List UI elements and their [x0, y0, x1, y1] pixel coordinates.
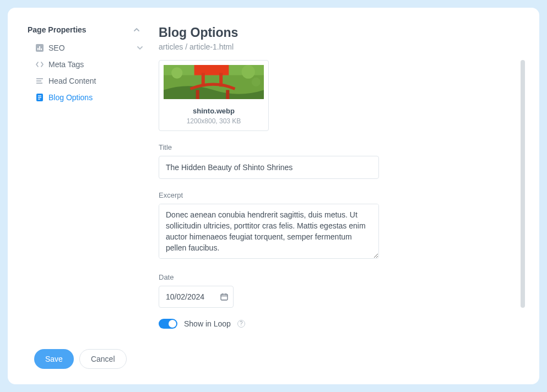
- image-filename: shinto.webp: [164, 107, 264, 115]
- svg-rect-16: [196, 90, 199, 99]
- svg-rect-17: [226, 90, 229, 99]
- sidebar-item-label: Blog Options: [48, 93, 143, 102]
- excerpt-textarea[interactable]: [159, 204, 379, 259]
- sidebar-item-blog-options[interactable]: Blog Options: [28, 89, 143, 106]
- breadcrumb: articles / article-1.html: [159, 42, 525, 51]
- doc-icon: [35, 93, 44, 102]
- lines-icon: [35, 77, 44, 85]
- code-icon: [35, 60, 44, 69]
- sidebar-item-meta-tags[interactable]: Meta Tags: [28, 56, 143, 73]
- form-scroll-area: shinto.webp 1200x800, 303 KB Title Excer…: [159, 60, 525, 371]
- chevron-down-icon: [137, 45, 143, 51]
- date-input[interactable]: [159, 286, 234, 308]
- show-in-loop-row: Show in Loop ?: [159, 319, 525, 329]
- date-label: Date: [159, 273, 525, 281]
- save-button[interactable]: Save: [34, 349, 74, 369]
- sidebar-section-title: Page Properties: [28, 25, 86, 34]
- svg-point-18: [171, 67, 182, 79]
- featured-image-thumbnail: [164, 65, 264, 99]
- image-meta: 1200x800, 303 KB: [164, 117, 264, 125]
- help-icon[interactable]: ?: [237, 320, 245, 328]
- page-title: Blog Options: [159, 25, 525, 40]
- title-input[interactable]: [159, 156, 379, 179]
- sidebar-item-label: Head Content: [48, 77, 143, 85]
- chevron-up-icon: [133, 26, 140, 33]
- sidebar-item-head-content[interactable]: Head Content: [28, 73, 143, 89]
- page-properties-panel: Page Properties SEO Meta Tags Head Conte…: [8, 8, 539, 384]
- title-label: Title: [159, 143, 525, 151]
- footer-buttons: Save Cancel: [28, 349, 143, 371]
- toggle-knob: [169, 320, 176, 328]
- svg-rect-2: [39, 46, 40, 50]
- svg-rect-13: [194, 65, 229, 75]
- sidebar-item-seo[interactable]: SEO: [28, 40, 143, 56]
- excerpt-label: Excerpt: [159, 191, 525, 199]
- bars-icon: [35, 43, 44, 52]
- sidebar: Page Properties SEO Meta Tags Head Conte…: [28, 25, 143, 371]
- svg-rect-1: [37, 48, 39, 50]
- sidebar-item-label: SEO: [48, 43, 132, 52]
- main-content: Blog Options articles / article-1.html: [143, 25, 525, 371]
- svg-point-20: [252, 78, 261, 87]
- show-in-loop-label: Show in Loop: [184, 319, 231, 328]
- featured-image-card[interactable]: shinto.webp 1200x800, 303 KB: [159, 60, 269, 131]
- svg-rect-3: [41, 48, 42, 50]
- sidebar-item-label: Meta Tags: [48, 60, 143, 69]
- show-in-loop-toggle[interactable]: [159, 319, 177, 329]
- scrollbar[interactable]: [521, 60, 525, 308]
- cancel-button[interactable]: Cancel: [79, 349, 127, 369]
- sidebar-section-header[interactable]: Page Properties: [28, 25, 143, 34]
- svg-point-19: [242, 65, 255, 79]
